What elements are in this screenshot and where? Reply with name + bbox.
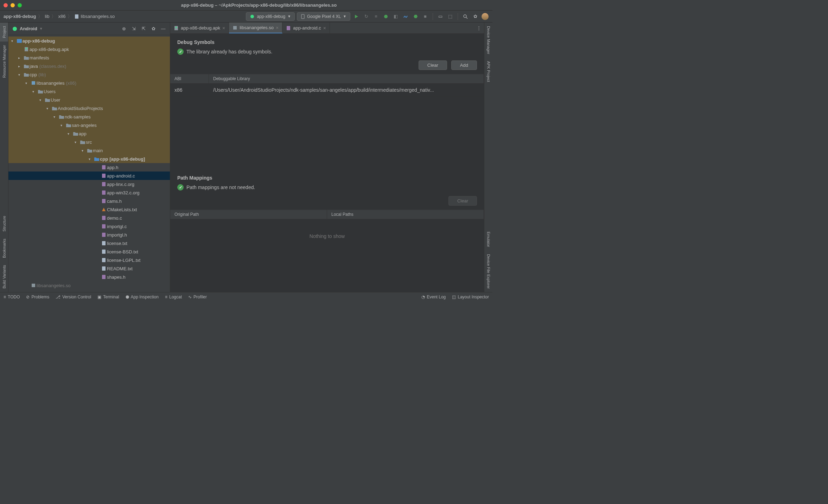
- close-tab-icon[interactable]: ×: [222, 25, 225, 31]
- run-config-dropdown[interactable]: app-x86-debug ▼: [246, 12, 295, 21]
- logcat-tool-button[interactable]: ≡Logcat: [165, 295, 182, 299]
- project-tool-button[interactable]: Project: [0, 22, 8, 41]
- more-tabs-icon[interactable]: ⋮: [473, 22, 484, 33]
- tree-node[interactable]: importgl.h: [8, 231, 170, 239]
- build-variants-tool-button[interactable]: Build Variants: [0, 261, 8, 292]
- resource-manager-tool-button[interactable]: Resource Manager: [0, 41, 8, 82]
- stop-button[interactable]: ■: [421, 13, 429, 20]
- tree-node[interactable]: ▾src: [8, 138, 170, 146]
- tree-expand-icon[interactable]: ▾: [39, 98, 44, 102]
- apk-project-tool-button[interactable]: APK Project: [484, 58, 492, 85]
- run-button[interactable]: [352, 13, 360, 20]
- todo-tool-button[interactable]: ≡TODO: [4, 295, 20, 299]
- version-control-tool-button[interactable]: ⎇Version Control: [56, 295, 91, 299]
- avatar[interactable]: [481, 13, 489, 20]
- tree-expand-icon[interactable]: ▾: [82, 149, 87, 153]
- editor-tab[interactable]: app-android.c×: [282, 22, 330, 33]
- editor-tab[interactable]: libsanangeles.so×: [229, 22, 282, 33]
- expand-all-icon[interactable]: ⇲: [130, 26, 137, 32]
- bookmarks-tool-button[interactable]: Bookmarks: [0, 235, 8, 261]
- tree-node[interactable]: libsanangeles.so: [8, 281, 170, 290]
- tree-node[interactable]: license-BSD.txt: [8, 247, 170, 256]
- tree-expand-icon[interactable]: ▾: [89, 157, 94, 161]
- profiler-tool-button[interactable]: ∿Profiler: [188, 295, 207, 299]
- editor-tab[interactable]: app-x86-debug.apk×: [170, 22, 229, 33]
- add-button[interactable]: Add: [451, 60, 477, 70]
- layout-inspector-tool-button[interactable]: ◫Layout Inspector: [452, 295, 489, 299]
- local-paths-column-header[interactable]: Local Paths: [327, 210, 484, 219]
- table-row[interactable]: x86 /Users/User/AndroidStudioProjects/nd…: [170, 84, 484, 97]
- tree-expand-icon[interactable]: ▾: [32, 90, 37, 93]
- tree-node[interactable]: license.txt: [8, 239, 170, 247]
- sdk-manager-icon[interactable]: ⬚: [446, 13, 454, 20]
- app-inspection-tool-button[interactable]: ⬣App Inspection: [126, 295, 159, 299]
- tree-node[interactable]: cams.h: [8, 197, 170, 205]
- emulator-tool-button[interactable]: Emulator: [484, 228, 492, 251]
- tree-node[interactable]: ▾san-angeles: [8, 121, 170, 129]
- avd-manager-icon[interactable]: ▭: [437, 13, 444, 20]
- tree-node[interactable]: ▸manifests: [8, 53, 170, 62]
- minimize-window-button[interactable]: [11, 3, 15, 7]
- structure-tool-button[interactable]: Structure: [0, 212, 8, 235]
- device-dropdown[interactable]: Google Pixel 4 XL ▼: [297, 12, 350, 21]
- apply-code-icon[interactable]: ≡: [372, 13, 380, 20]
- tree-node[interactable]: ▾app: [8, 129, 170, 138]
- original-path-column-header[interactable]: Original Path: [170, 210, 327, 219]
- tree-node[interactable]: ▾cpp(lib): [8, 70, 170, 79]
- close-window-button[interactable]: [4, 3, 8, 7]
- attach-debugger-icon[interactable]: ⬣: [412, 13, 419, 20]
- tree-node[interactable]: app.h: [8, 163, 170, 172]
- settings-icon[interactable]: ✿: [471, 13, 479, 20]
- select-opened-file-icon[interactable]: ⊕: [121, 26, 127, 32]
- tree-node[interactable]: importgl.c: [8, 222, 170, 231]
- tree-node[interactable]: app-win32.c.org: [8, 188, 170, 197]
- tree-expand-icon[interactable]: ▾: [68, 132, 72, 136]
- tree-node[interactable]: ▾ndk-samples: [8, 112, 170, 121]
- tree-expand-icon[interactable]: ▸: [18, 56, 23, 60]
- event-log-tool-button[interactable]: ◔Event Log: [421, 295, 446, 299]
- tree-node[interactable]: shapes.h: [8, 273, 170, 281]
- breadcrumb-item[interactable]: lib: [45, 14, 49, 19]
- breadcrumb-item[interactable]: app-x86-debug: [4, 14, 36, 19]
- tree-node[interactable]: ▾main: [8, 146, 170, 155]
- collapse-all-icon[interactable]: ⇱: [140, 26, 147, 32]
- project-view-label[interactable]: Android: [20, 26, 37, 31]
- settings-icon[interactable]: ✿: [150, 26, 157, 32]
- search-icon[interactable]: [461, 13, 469, 20]
- tree-node[interactable]: app-x86-debug.apk: [8, 45, 170, 53]
- clear-button[interactable]: Clear: [419, 60, 447, 70]
- tree-node[interactable]: ▾app-x86-debug: [8, 37, 170, 45]
- lib-column-header[interactable]: Debuggable Library: [209, 74, 484, 83]
- tree-node[interactable]: demo.c: [8, 214, 170, 222]
- close-tab-icon[interactable]: ×: [276, 25, 279, 31]
- tree-expand-icon[interactable]: ▾: [53, 115, 58, 119]
- close-tab-icon[interactable]: ×: [323, 25, 326, 31]
- tree-expand-icon[interactable]: ▾: [46, 106, 51, 110]
- tree-node[interactable]: license-LGPL.txt: [8, 256, 170, 264]
- project-tree[interactable]: ▾app-x86-debugapp-x86-debug.apk▸manifest…: [8, 35, 170, 292]
- tree-node[interactable]: ▾cpp[app-x86-debug]: [8, 155, 170, 163]
- tree-expand-icon[interactable]: ▸: [18, 64, 23, 68]
- tree-expand-icon[interactable]: ▾: [18, 73, 23, 77]
- problems-tool-button[interactable]: ⊘Problems: [26, 295, 49, 299]
- device-manager-tool-button[interactable]: Device Manager: [484, 22, 492, 58]
- apply-changes-icon[interactable]: ↻: [362, 13, 370, 20]
- tree-expand-icon[interactable]: ▾: [75, 140, 79, 144]
- tree-node[interactable]: ▾libsanangeles(x86): [8, 79, 170, 87]
- device-file-explorer-tool-button[interactable]: Device File Explorer: [484, 251, 492, 292]
- terminal-tool-button[interactable]: ▣Terminal: [97, 295, 119, 299]
- tree-node[interactable]: ▸java(classes.dex): [8, 62, 170, 70]
- tree-expand-icon[interactable]: ▾: [11, 39, 16, 43]
- tree-node[interactable]: app-linx.c.org: [8, 180, 170, 188]
- hide-icon[interactable]: —: [160, 26, 166, 32]
- maximize-window-button[interactable]: [18, 3, 22, 7]
- tree-node[interactable]: ▾AndroidStudioProjects: [8, 104, 170, 112]
- profiler-button[interactable]: [402, 13, 409, 20]
- abi-column-header[interactable]: ABI: [170, 74, 209, 83]
- coverage-icon[interactable]: ◧: [392, 13, 400, 20]
- tree-node[interactable]: CMakeLists.txt: [8, 205, 170, 214]
- tree-node[interactable]: ▾Users: [8, 87, 170, 96]
- tree-expand-icon[interactable]: ▾: [60, 123, 65, 127]
- debug-button[interactable]: [382, 13, 390, 20]
- tree-expand-icon[interactable]: ▾: [25, 81, 30, 85]
